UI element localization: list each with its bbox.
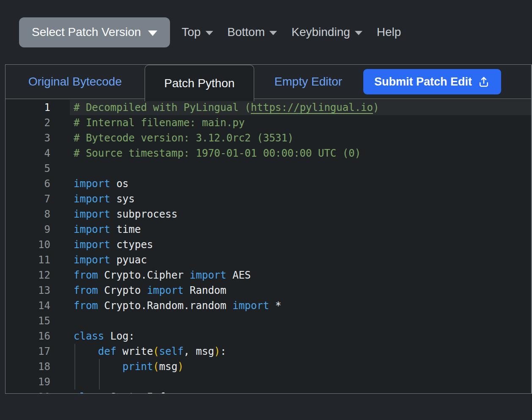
line-number: 8 bbox=[5, 207, 50, 222]
line-content: # Source timestamp: 1970-01-01 00:00:00 … bbox=[70, 146, 531, 161]
line-number: 20 bbox=[5, 390, 50, 393]
menu-item-bottom[interactable]: Bottom bbox=[228, 25, 277, 39]
line-number: 10 bbox=[5, 237, 50, 252]
code-token: ) bbox=[214, 345, 220, 357]
code-token: import bbox=[74, 224, 110, 235]
line-number: 6 bbox=[5, 176, 50, 191]
code-token: import bbox=[74, 239, 110, 251]
code-token: from bbox=[74, 285, 98, 296]
line-number: 14 bbox=[5, 298, 50, 313]
line-content: from Crypto import Random bbox=[70, 283, 531, 298]
select-patch-version-button[interactable]: Select Patch Version bbox=[19, 17, 170, 47]
line-content: import ctypes bbox=[70, 237, 531, 252]
menu-label-bottom: Bottom bbox=[228, 25, 265, 39]
upload-icon bbox=[477, 75, 490, 88]
code-line: 3# Bytecode version: 3.12.0rc2 (3531) bbox=[5, 130, 531, 146]
line-number: 19 bbox=[5, 374, 50, 390]
indent-guide bbox=[99, 374, 100, 390]
code-line: 10import ctypes bbox=[5, 237, 531, 252]
line-content: # Decompiled with PyLingual (https://pyl… bbox=[70, 100, 531, 115]
top-toolbar: Select Patch Version Top Bottom Keybindi… bbox=[0, 0, 532, 64]
indent-guide bbox=[99, 359, 100, 374]
code-token: from bbox=[74, 300, 98, 312]
code-line: 1# Decompiled with PyLingual (https://py… bbox=[5, 100, 531, 115]
code-token: ) bbox=[373, 102, 379, 113]
code-token: ( bbox=[153, 361, 159, 373]
chevron-down-icon bbox=[269, 31, 277, 35]
code-token: ) bbox=[178, 361, 184, 373]
select-patch-version-label: Select Patch Version bbox=[32, 25, 141, 39]
code-token: # Bytecode version: 3.12.0rc2 (3531) bbox=[74, 132, 293, 144]
code-line: 12from Crypto.Cipher import AES bbox=[5, 268, 531, 283]
code-line: 19 bbox=[5, 374, 531, 390]
code-token: import bbox=[74, 178, 110, 190]
line-content: class Log: bbox=[70, 329, 531, 344]
line-content: # Bytecode version: 3.12.0rc2 (3531) bbox=[70, 130, 531, 146]
pylingual-link[interactable]: https://pylingual.io bbox=[251, 102, 373, 113]
code-line: 17 def write(self, msg): bbox=[5, 344, 531, 359]
code-token: import bbox=[74, 254, 110, 266]
code-line: 15 bbox=[5, 313, 531, 329]
line-content: import sys bbox=[70, 191, 531, 207]
line-content bbox=[70, 161, 531, 176]
line-number: 17 bbox=[5, 344, 50, 359]
tab-empty-editor[interactable]: Empty Editor bbox=[254, 65, 362, 99]
code-line: 4# Source timestamp: 1970-01-01 00:00:00… bbox=[5, 146, 531, 161]
line-number: 4 bbox=[5, 146, 50, 161]
tab-original-bytecode[interactable]: Original Bytecode bbox=[5, 65, 145, 99]
code-line: 20class SystemInfo: bbox=[5, 390, 531, 393]
code-editor[interactable]: 1# Decompiled with PyLingual (https://py… bbox=[5, 99, 531, 393]
submit-patch-edit-button[interactable]: Submit Patch Edit bbox=[363, 69, 501, 94]
editor-panel: Original Bytecode Patch Python Empty Edi… bbox=[5, 64, 532, 394]
line-content: import time bbox=[70, 222, 531, 237]
chevron-down-icon bbox=[355, 31, 362, 35]
code-token: # Source timestamp: 1970-01-01 00:00:00 … bbox=[74, 147, 361, 159]
code-line: 13from Crypto import Random bbox=[5, 283, 531, 298]
code-token: * bbox=[269, 300, 281, 312]
code-token: Crypto bbox=[98, 285, 147, 296]
code-token: Random bbox=[184, 285, 226, 296]
code-line: 16class Log: bbox=[5, 329, 531, 344]
chevron-down-icon bbox=[206, 31, 213, 35]
tab-patch-python[interactable]: Patch Python bbox=[145, 65, 254, 101]
code-token: print bbox=[123, 361, 153, 373]
code-line: 6import os bbox=[5, 176, 531, 191]
code-line: 14from Crypto.Random.random import * bbox=[5, 298, 531, 313]
code-token: sys bbox=[110, 193, 135, 205]
line-number: 9 bbox=[5, 222, 50, 237]
code-token: self bbox=[159, 345, 184, 357]
tab-bar: Original Bytecode Patch Python Empty Edi… bbox=[5, 65, 531, 99]
line-content: print(msg) bbox=[70, 359, 531, 374]
line-content: import pyuac bbox=[70, 252, 531, 268]
code-token: # Decompiled with PyLingual ( bbox=[74, 102, 251, 113]
code-token: time bbox=[110, 224, 141, 235]
code-token: # Internal filename: main.py bbox=[74, 117, 245, 129]
line-content bbox=[70, 374, 531, 390]
line-number: 18 bbox=[5, 359, 50, 374]
code-token: def bbox=[98, 345, 116, 357]
menu-item-help[interactable]: Help bbox=[377, 25, 401, 39]
line-content: import subprocess bbox=[70, 207, 531, 222]
code-token: write bbox=[116, 345, 153, 357]
code-line: 18 print(msg) bbox=[5, 359, 531, 374]
menu-item-keybinding[interactable]: Keybinding bbox=[291, 25, 362, 39]
code-token: SystemInfo: bbox=[104, 391, 177, 393]
menu-bar: Top Bottom Keybinding Help bbox=[181, 25, 401, 39]
code-token: : bbox=[220, 345, 226, 357]
line-number: 15 bbox=[5, 313, 50, 329]
submit-patch-edit-label: Submit Patch Edit bbox=[374, 75, 472, 88]
indent-guide bbox=[74, 374, 75, 390]
menu-label-top: Top bbox=[181, 25, 200, 39]
code-token: import bbox=[233, 300, 269, 312]
code-token: Crypto.Random.random bbox=[98, 300, 233, 312]
line-number: 1 bbox=[5, 100, 50, 115]
line-number: 11 bbox=[5, 252, 50, 268]
indent-guide bbox=[74, 344, 75, 359]
code-token: , msg bbox=[184, 345, 214, 357]
code-token bbox=[74, 345, 98, 357]
code-line: 8import subprocess bbox=[5, 207, 531, 222]
menu-item-top[interactable]: Top bbox=[181, 25, 213, 39]
code-token: import bbox=[74, 193, 110, 205]
code-token: msg bbox=[159, 361, 177, 373]
line-content: import os bbox=[70, 176, 531, 191]
